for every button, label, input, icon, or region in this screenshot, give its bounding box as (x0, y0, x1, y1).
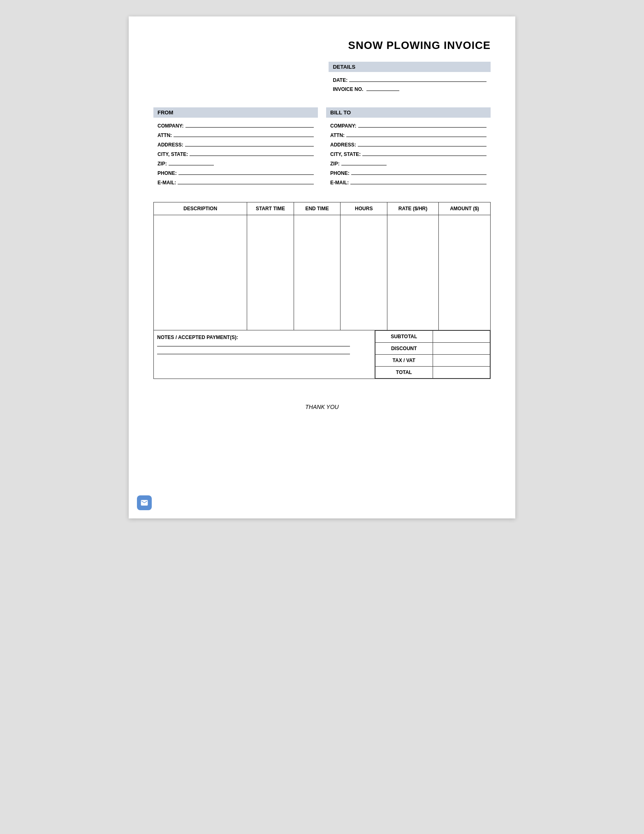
from-billto-section: FROM COMPANY: ATTN: ADDRESS: CITY, STATE… (153, 107, 491, 190)
tax-vat-label: TAX / VAT (375, 355, 433, 367)
notes-label: NOTES / ACCEPTED PAYMENT(S): (157, 335, 371, 340)
invoice-page: SNOW PLOWING INVOICE DETAILS DATE: INVOI… (129, 16, 515, 518)
billto-phone-field: PHONE: (330, 169, 486, 176)
billto-citystate-underline[interactable] (362, 150, 486, 156)
from-citystate-underline[interactable] (190, 150, 314, 156)
from-citystate-field: CITY, STATE: (158, 150, 314, 157)
from-company-field: COMPANY: (158, 122, 314, 129)
notes-line-1 (157, 346, 350, 346)
from-email-underline[interactable] (178, 179, 314, 184)
from-company-underline[interactable] (185, 122, 314, 128)
col-rate: RATE ($/HR) (387, 202, 439, 215)
discount-row: DISCOUNT (375, 343, 490, 355)
date-label: DATE: (333, 77, 347, 83)
details-section: DETAILS DATE: INVOICE NO. (329, 62, 491, 96)
col-hours: HOURS (341, 202, 387, 215)
total-label: TOTAL (375, 367, 433, 379)
from-company-label: COMPANY: (158, 123, 184, 129)
from-header: FROM (153, 107, 318, 118)
from-citystate-label: CITY, STATE: (158, 151, 188, 157)
from-phone-underline[interactable] (178, 169, 314, 175)
from-attn-underline[interactable] (174, 131, 314, 137)
tax-vat-value[interactable] (433, 355, 490, 367)
from-email-label: E-MAIL: (158, 180, 176, 186)
table-header-row: DESCRIPTION START TIME END TIME HOURS RA… (154, 202, 490, 215)
invoice-no-underline[interactable] (366, 85, 399, 91)
from-zip-field: ZIP: (158, 160, 314, 167)
col-end-time: END TIME (294, 202, 341, 215)
totals-table: SUBTOTAL DISCOUNT TAX / VAT TOTAL (375, 330, 490, 379)
billto-citystate-label: CITY, STATE: (330, 151, 361, 157)
thank-you-text: THANK YOU (153, 404, 491, 410)
billto-company-underline[interactable] (358, 122, 486, 128)
from-attn-label: ATTN: (158, 132, 172, 138)
total-row: TOTAL (375, 367, 490, 379)
invoice-no-field: INVOICE NO. (333, 85, 486, 92)
totals-area: SUBTOTAL DISCOUNT TAX / VAT TOTAL (375, 330, 490, 379)
from-address-field: ADDRESS: (158, 141, 314, 148)
invoice-no-label: INVOICE NO. (333, 86, 363, 92)
notes-line-2 (157, 354, 350, 354)
td-start-time[interactable] (247, 215, 294, 330)
td-end-time[interactable] (294, 215, 341, 330)
billto-section: BILL TO COMPANY: ATTN: ADDRESS: CITY, ST… (326, 107, 491, 190)
billto-address-field: ADDRESS: (330, 141, 486, 148)
discount-value[interactable] (433, 343, 490, 355)
tax-vat-row: TAX / VAT (375, 355, 490, 367)
billto-address-underline[interactable] (358, 141, 486, 146)
from-address-underline[interactable] (185, 141, 314, 146)
col-description: DESCRIPTION (154, 202, 247, 215)
subtotal-row: SUBTOTAL (375, 331, 490, 343)
billto-phone-label: PHONE: (330, 170, 350, 176)
from-email-field: E-MAIL: (158, 179, 314, 186)
billto-phone-underline[interactable] (351, 169, 486, 175)
subtotal-label: SUBTOTAL (375, 331, 433, 343)
from-attn-field: ATTN: (158, 131, 314, 138)
td-rate[interactable] (387, 215, 439, 330)
billto-attn-underline[interactable] (346, 131, 486, 137)
billto-attn-label: ATTN: (330, 132, 345, 138)
notes-area: NOTES / ACCEPTED PAYMENT(S): (154, 330, 375, 379)
td-hours[interactable] (341, 215, 387, 330)
billto-header: BILL TO (326, 107, 491, 118)
from-zip-label: ZIP: (158, 161, 167, 167)
invoice-title: SNOW PLOWING INVOICE (153, 39, 491, 52)
billto-address-label: ADDRESS: (330, 142, 356, 148)
from-phone-field: PHONE: (158, 169, 314, 176)
date-underline[interactable] (349, 76, 486, 82)
billto-attn-field: ATTN: (330, 131, 486, 138)
from-zip-underline[interactable] (169, 160, 214, 165)
from-address-label: ADDRESS: (158, 142, 183, 148)
billto-zip-label: ZIP: (330, 161, 340, 167)
col-start-time: START TIME (247, 202, 294, 215)
discount-label: DISCOUNT (375, 343, 433, 355)
td-description[interactable] (154, 215, 247, 330)
billto-email-underline[interactable] (350, 179, 486, 184)
billto-email-field: E-MAIL: (330, 179, 486, 186)
col-amount: AMOUNT ($) (439, 202, 490, 215)
date-field: DATE: (333, 76, 486, 83)
total-value[interactable] (433, 367, 490, 379)
td-amount[interactable] (439, 215, 490, 330)
billto-zip-field: ZIP: (330, 160, 486, 167)
billto-company-field: COMPANY: (330, 122, 486, 129)
billto-citystate-field: CITY, STATE: (330, 150, 486, 157)
table-body-row[interactable] (154, 215, 490, 330)
app-icon (137, 495, 152, 510)
from-phone-label: PHONE: (158, 170, 177, 176)
billto-email-label: E-MAIL: (330, 180, 349, 186)
subtotal-value[interactable] (433, 331, 490, 343)
from-section: FROM COMPANY: ATTN: ADDRESS: CITY, STATE… (153, 107, 318, 190)
details-header: DETAILS (329, 62, 491, 72)
billto-company-label: COMPANY: (330, 123, 357, 129)
invoice-table: DESCRIPTION START TIME END TIME HOURS RA… (153, 202, 491, 379)
app-icon-svg (140, 499, 148, 507)
billto-zip-underline[interactable] (341, 160, 387, 165)
bottom-section: NOTES / ACCEPTED PAYMENT(S): SUBTOTAL DI… (154, 330, 490, 379)
